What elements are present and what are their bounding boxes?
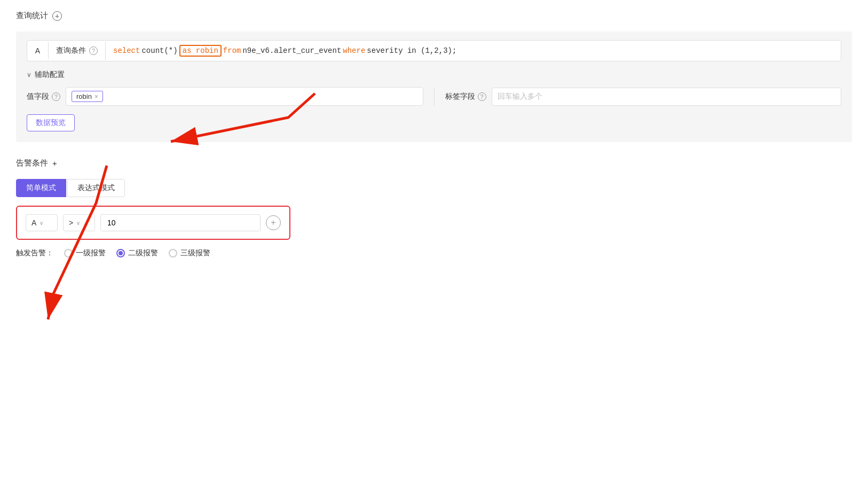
condition-box: A ∨ > ∨ +: [16, 206, 290, 240]
label-field-label: 标签字段 ?: [445, 92, 486, 101]
label-field-help-icon[interactable]: ?: [478, 92, 486, 101]
radio-level1-label: 一级报警: [76, 248, 106, 258]
mode-buttons: 简单模式 表达式模式: [16, 179, 852, 197]
radio-level2-circle: [116, 249, 125, 257]
value-field-group: 值字段 ? robin ×: [27, 87, 423, 106]
condition-value-input[interactable]: [100, 214, 261, 231]
condition-metric-select[interactable]: A ∨: [26, 214, 58, 231]
condition-metric-chevron-icon: ∨: [40, 220, 43, 226]
aux-chevron-icon[interactable]: ∨: [27, 71, 31, 79]
condition-add-icon[interactable]: +: [266, 215, 281, 230]
query-section: A 查询条件 ? select count(*) as robin from n…: [16, 32, 852, 142]
simple-mode-button[interactable]: 简单模式: [16, 179, 66, 197]
radio-level3-circle: [169, 249, 177, 257]
aux-config-title: ∨ 辅助配置: [27, 70, 841, 80]
radio-level1-circle: [64, 249, 73, 257]
condition-op-chevron-icon: ∨: [76, 220, 80, 226]
page-title: 查询统计: [16, 11, 48, 21]
value-field-tag-close-icon[interactable]: ×: [94, 93, 98, 100]
alert-add-icon[interactable]: +: [52, 159, 57, 168]
query-label: A: [27, 42, 49, 59]
data-preview-button[interactable]: 数据预览: [27, 114, 75, 131]
label-field-group: 标签字段 ? 回车输入多个: [445, 88, 842, 106]
sql-from-keyword: from: [223, 46, 241, 55]
aux-config: ∨ 辅助配置 值字段 ? robin ×: [27, 70, 841, 131]
condition-op-select[interactable]: > ∨: [63, 214, 95, 231]
radio-group: 一级报警 二级报警 三级报警: [64, 248, 210, 258]
value-field-input[interactable]: robin ×: [66, 87, 423, 106]
radio-level1[interactable]: 一级报警: [64, 248, 106, 258]
sql-table: n9e_v6.alert_cur_event: [242, 46, 341, 55]
query-condition-label: 查询条件 ?: [49, 42, 106, 60]
sql-condition: severity in (1,2,3);: [367, 46, 456, 55]
label-field-input[interactable]: 回车输入多个: [492, 88, 842, 106]
sql-count: count(*): [141, 46, 177, 55]
value-field-tag: robin ×: [72, 91, 103, 102]
sql-select-keyword: select: [113, 46, 140, 55]
aux-field-row: 值字段 ? robin × 标签字段 ?: [27, 87, 841, 106]
sql-editor[interactable]: select count(*) as robin from n9e_v6.ale…: [106, 41, 841, 61]
radio-level3[interactable]: 三级报警: [169, 248, 210, 258]
alert-section: 告警条件 + 简单模式 表达式模式 A ∨ > ∨ + 触发告警：: [16, 158, 852, 258]
trigger-label: 触发告警：: [16, 248, 53, 258]
value-field-help-icon[interactable]: ?: [52, 92, 60, 101]
query-add-icon[interactable]: +: [52, 11, 62, 21]
trigger-row: 触发告警： 一级报警 二级报警 三级报警: [16, 248, 852, 258]
query-condition-help-icon[interactable]: ?: [89, 46, 98, 55]
field-divider: [434, 88, 435, 106]
radio-level3-label: 三级报警: [180, 248, 210, 258]
label-field-placeholder: 回车输入多个: [498, 92, 542, 101]
sql-as-highlight: as robin: [179, 45, 222, 57]
value-field-label: 值字段 ?: [27, 92, 60, 101]
radio-level2-label: 二级报警: [128, 248, 158, 258]
radio-level2[interactable]: 二级报警: [116, 248, 158, 258]
expr-mode-button[interactable]: 表达式模式: [67, 179, 125, 197]
sql-where-keyword: where: [343, 46, 365, 55]
alert-title: 告警条件 +: [16, 158, 852, 168]
query-row: A 查询条件 ? select count(*) as robin from n…: [27, 40, 841, 61]
